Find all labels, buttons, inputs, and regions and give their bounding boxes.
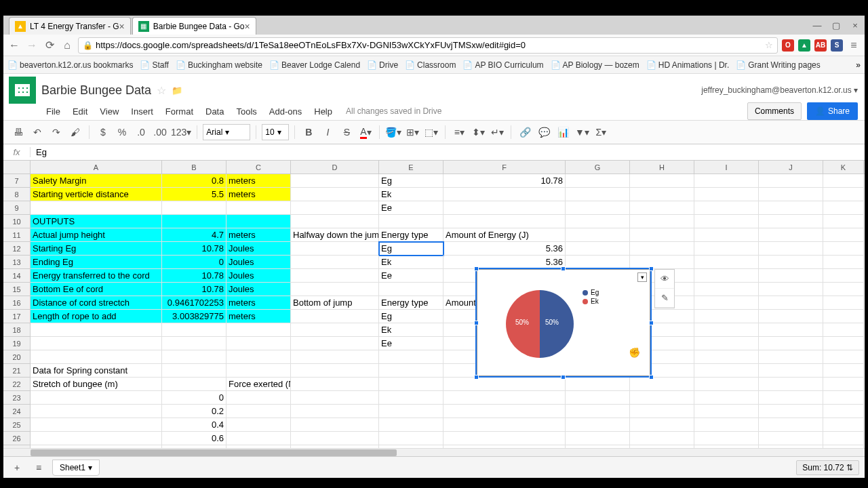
- browser-tab[interactable]: ▲ LT 4 Energy Transfer - G ×: [9, 17, 131, 35]
- cell[interactable]: [379, 378, 443, 391]
- maximize-icon[interactable]: ▢: [827, 16, 846, 35]
- menu-icon[interactable]: ≡: [847, 39, 861, 52]
- cell[interactable]: [630, 378, 694, 391]
- all-sheets-icon[interactable]: ≡: [31, 460, 47, 476]
- menu-file[interactable]: File: [41, 104, 66, 119]
- cell[interactable]: [379, 283, 443, 296]
- cell[interactable]: Salety Margin: [31, 174, 162, 188]
- back-icon[interactable]: ←: [7, 39, 21, 52]
- add-sheet-icon[interactable]: +: [9, 460, 25, 476]
- cell[interactable]: Length of rope to add: [31, 310, 162, 323]
- row-header[interactable]: 12: [3, 242, 30, 256]
- cell[interactable]: [31, 418, 162, 432]
- strikethrough-icon[interactable]: S: [338, 124, 355, 140]
- cell[interactable]: [566, 215, 630, 228]
- bookmarks-overflow-icon[interactable]: »: [856, 60, 861, 70]
- cell[interactable]: [291, 364, 379, 378]
- cell[interactable]: [823, 201, 864, 215]
- bookmark-item[interactable]: 📄AP Biology — bozem: [551, 60, 639, 70]
- fill-color-icon[interactable]: 🪣▾: [385, 124, 401, 140]
- cell[interactable]: [226, 350, 291, 364]
- sheet-tab[interactable]: Sheet1 ▾: [52, 460, 100, 476]
- cell[interactable]: [823, 350, 864, 364]
- decimal-decrease-icon[interactable]: .0: [133, 124, 149, 140]
- cell[interactable]: [694, 228, 759, 242]
- undo-icon[interactable]: ↶: [29, 124, 45, 140]
- italic-icon[interactable]: I: [319, 124, 336, 140]
- cell[interactable]: [379, 418, 443, 432]
- star-icon[interactable]: ☆: [765, 40, 773, 50]
- cell[interactable]: [291, 283, 379, 296]
- cell[interactable]: [694, 269, 759, 283]
- menu-data[interactable]: Data: [200, 104, 229, 119]
- cell[interactable]: Bottom Ee of cord: [31, 283, 162, 296]
- cell[interactable]: [823, 296, 864, 310]
- cell[interactable]: [291, 323, 379, 337]
- cell[interactable]: [694, 323, 759, 337]
- extension-icon[interactable]: S: [831, 39, 843, 52]
- cell[interactable]: [694, 350, 759, 364]
- cell[interactable]: Ee: [379, 337, 443, 350]
- cell[interactable]: [443, 418, 566, 432]
- cell[interactable]: [291, 201, 379, 215]
- cell[interactable]: [759, 242, 823, 256]
- home-icon[interactable]: ⌂: [60, 39, 74, 52]
- row-header[interactable]: 14: [3, 269, 30, 283]
- cell[interactable]: [226, 323, 291, 337]
- cell[interactable]: Ee: [379, 269, 443, 283]
- cell[interactable]: [759, 337, 823, 350]
- row-header[interactable]: 21: [3, 364, 30, 378]
- cell[interactable]: [162, 215, 226, 228]
- cell[interactable]: [694, 296, 759, 310]
- row-header[interactable]: 22: [3, 378, 30, 391]
- cell[interactable]: meters: [226, 174, 291, 188]
- address-bar[interactable]: 🔒 https://docs.google.com/spreadsheets/d…: [78, 37, 778, 54]
- cell[interactable]: [162, 323, 226, 337]
- cell[interactable]: Eg: [379, 310, 443, 323]
- cell[interactable]: [630, 188, 694, 201]
- percent-icon[interactable]: %: [114, 124, 130, 140]
- row-header[interactable]: 16: [3, 296, 30, 310]
- v-align-icon[interactable]: ⬍▾: [470, 124, 486, 140]
- menu-format[interactable]: Format: [160, 104, 199, 119]
- cell[interactable]: Bottom of jump: [291, 296, 379, 310]
- cell[interactable]: [162, 201, 226, 215]
- cell[interactable]: [291, 310, 379, 323]
- cell[interactable]: Actual jump height: [31, 228, 162, 242]
- cell[interactable]: [823, 174, 864, 188]
- share-button[interactable]: 👤 Share: [807, 102, 858, 120]
- view-icon[interactable]: 👁: [655, 270, 674, 289]
- cell[interactable]: [630, 256, 694, 269]
- cell[interactable]: [566, 188, 630, 201]
- cell[interactable]: [226, 405, 291, 418]
- cell[interactable]: [379, 405, 443, 418]
- cell[interactable]: [630, 242, 694, 256]
- font-size-select[interactable]: 10 ▾: [262, 124, 289, 140]
- print-icon[interactable]: 🖶: [10, 124, 26, 140]
- cell[interactable]: [694, 418, 759, 432]
- cell[interactable]: [759, 323, 823, 337]
- cell[interactable]: [694, 310, 759, 323]
- cell[interactable]: [630, 391, 694, 405]
- row-header[interactable]: 20: [3, 350, 30, 364]
- col-header[interactable]: A: [31, 161, 162, 174]
- cell[interactable]: [759, 418, 823, 432]
- cell[interactable]: Ek: [379, 323, 443, 337]
- cell[interactable]: [630, 201, 694, 215]
- cell[interactable]: Starting verticle distance: [31, 188, 162, 201]
- col-header[interactable]: J: [759, 161, 823, 174]
- h-align-icon[interactable]: ≡▾: [451, 124, 467, 140]
- chart-dropdown-icon[interactable]: ▾: [637, 272, 647, 282]
- cell[interactable]: [566, 418, 630, 432]
- merge-icon[interactable]: ⬚▾: [423, 124, 439, 140]
- cell[interactable]: 5.5: [162, 188, 226, 201]
- more-formats-icon[interactable]: 123▾: [171, 124, 191, 140]
- cell[interactable]: 4.7: [162, 228, 226, 242]
- cell[interactable]: meters: [226, 228, 291, 242]
- cell[interactable]: [694, 188, 759, 201]
- cell[interactable]: [226, 364, 291, 378]
- cell[interactable]: [630, 418, 694, 432]
- row-header[interactable]: 15: [3, 283, 30, 296]
- cell[interactable]: [823, 405, 864, 418]
- cell[interactable]: [291, 174, 379, 188]
